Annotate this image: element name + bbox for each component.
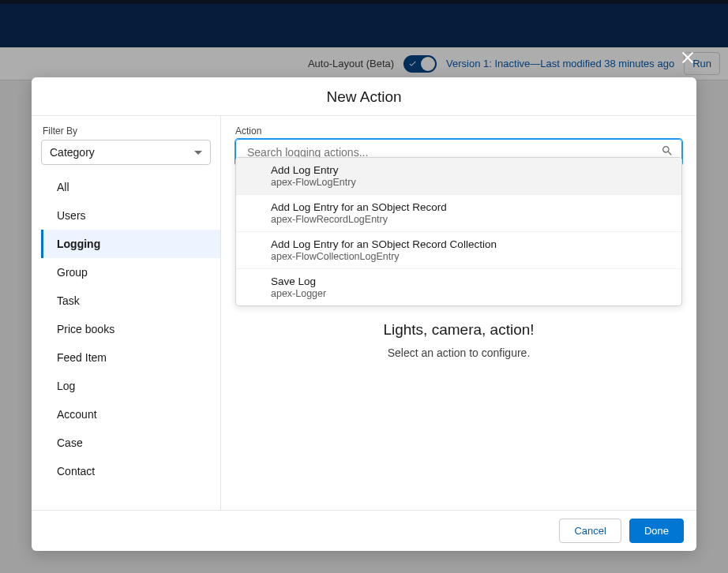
category-item[interactable]: Account: [41, 400, 220, 429]
filter-sidebar: Filter By Category AllUsersLoggingGroupT…: [32, 116, 221, 510]
empty-subtext: Select an action to configure.: [221, 346, 696, 359]
filter-type-select[interactable]: Category: [41, 140, 211, 165]
modal-title: New Action: [32, 88, 696, 106]
action-dropdown: Add Log Entryapex-FlowLogEntryAdd Log En…: [235, 157, 682, 306]
cancel-button[interactable]: Cancel: [559, 519, 621, 543]
action-option[interactable]: Add Log Entry for an SObject Recordapex-…: [236, 195, 681, 232]
chevron-down-icon: [194, 151, 202, 155]
category-item[interactable]: Price books: [41, 315, 220, 343]
category-item[interactable]: All: [41, 173, 220, 201]
action-option[interactable]: Add Log Entryapex-FlowLogEntry: [236, 158, 681, 195]
action-option-title: Add Log Entry for an SObject Record: [271, 201, 672, 213]
action-option-sub: apex-Logger: [271, 288, 672, 299]
category-item[interactable]: Task: [41, 286, 220, 315]
category-item[interactable]: Group: [41, 258, 220, 286]
category-item[interactable]: Feed Item: [41, 343, 220, 372]
action-panel: Action Add Log Entryapex-FlowLogEntryAdd…: [221, 116, 696, 510]
category-item[interactable]: Contact: [41, 457, 220, 485]
action-option-title: Add Log Entry: [271, 164, 672, 176]
category-item[interactable]: Users: [41, 201, 220, 230]
modal-body: Filter By Category AllUsersLoggingGroupT…: [32, 116, 696, 510]
new-action-modal: New Action Filter By Category AllUsersLo…: [32, 77, 696, 551]
category-list[interactable]: AllUsersLoggingGroupTaskPrice booksFeed …: [41, 173, 220, 500]
action-option-title: Save Log: [271, 275, 672, 287]
empty-heading: Lights, camera, action!: [221, 321, 696, 339]
filter-select-value: Category: [50, 146, 95, 159]
action-option[interactable]: Add Log Entry for an SObject Record Coll…: [236, 232, 681, 269]
action-option-sub: apex-FlowLogEntry: [271, 177, 672, 188]
category-item[interactable]: Logging: [41, 230, 220, 258]
modal-header: New Action: [32, 77, 696, 116]
modal-footer: Cancel Done: [32, 510, 696, 551]
category-item[interactable]: Case: [41, 429, 220, 457]
empty-state: Lights, camera, action! Select an action…: [221, 321, 696, 359]
action-field-label: Action: [235, 125, 682, 139]
action-option-title: Add Log Entry for an SObject Record Coll…: [271, 238, 672, 250]
close-modal-button[interactable]: [679, 49, 696, 69]
filter-by-label: Filter By: [41, 125, 211, 140]
done-button[interactable]: Done: [629, 519, 684, 543]
action-option[interactable]: Save Logapex-Logger: [236, 269, 681, 305]
action-option-sub: apex-FlowRecordLogEntry: [271, 214, 672, 225]
category-item[interactable]: Log: [41, 372, 220, 400]
action-option-sub: apex-FlowCollectionLogEntry: [271, 251, 672, 262]
